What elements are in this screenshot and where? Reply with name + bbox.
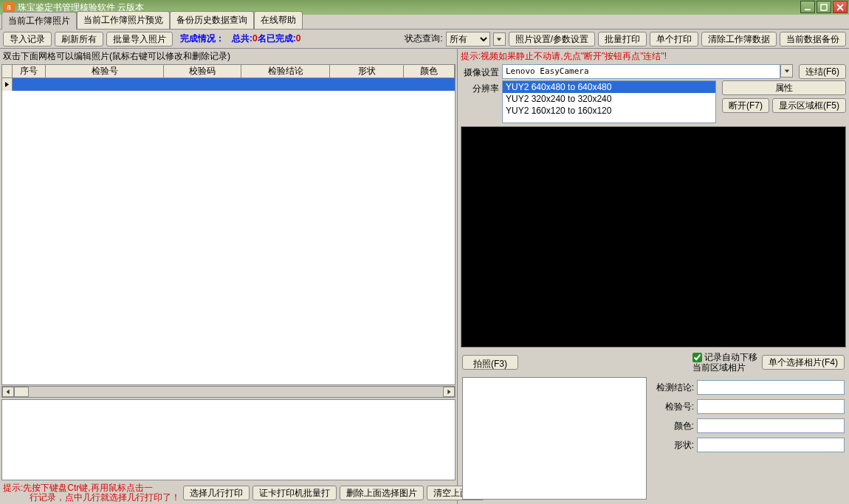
dropdown-icon[interactable]: [493, 32, 506, 46]
svg-marker-5: [5, 82, 9, 87]
col-shape[interactable]: 形状: [330, 65, 404, 77]
list-item[interactable]: YUY2 320x240 to 320x240: [503, 93, 715, 105]
tab-strip: 当前工作簿照片 当前工作簿照片预览 备份历史数据查询 在线帮助: [0, 15, 849, 30]
horizontal-scrollbar[interactable]: [1, 386, 456, 398]
maximize-button[interactable]: [817, 1, 831, 13]
capture-button[interactable]: 拍照(F3): [462, 355, 518, 370]
video-hint: 提示:视频如果静止不动请,先点"断开"按钮再点"连结"!: [461, 50, 846, 63]
single-print-button[interactable]: 单个打印: [650, 32, 698, 46]
col-check-no[interactable]: 检验号: [46, 65, 164, 77]
memo-area[interactable]: [1, 399, 456, 480]
tab-current-photos[interactable]: 当前工作簿照片: [1, 12, 77, 30]
current-region-label: 当前区域相片: [692, 362, 746, 373]
properties-button[interactable]: 属性: [722, 80, 846, 95]
list-item[interactable]: YUY2 160x120 to 160x120: [503, 105, 715, 117]
shape-label: 形状:: [651, 439, 694, 452]
import-button[interactable]: 导入记录: [3, 32, 52, 46]
photo-settings-button[interactable]: 照片设置/参数设置: [509, 32, 595, 46]
table-row[interactable]: [2, 78, 455, 91]
shape-input[interactable]: [697, 438, 845, 452]
camera-dropdown-icon[interactable]: [780, 64, 793, 77]
svg-rect-1: [821, 4, 827, 10]
svg-marker-8: [784, 69, 788, 72]
card-printer-batch-button[interactable]: 证卡打印机批量打: [252, 486, 337, 500]
print-selected-button[interactable]: 选择几行打印: [183, 486, 250, 500]
grid-corner: [2, 65, 13, 77]
camera-label: 摄像设置: [461, 64, 499, 79]
show-region-button[interactable]: 显示区域框(F5): [772, 98, 846, 113]
scroll-right-icon[interactable]: [443, 387, 455, 397]
tab-history[interactable]: 备份历史数据查询: [170, 11, 254, 29]
resolution-list[interactable]: YUY2 640x480 to 640x480 YUY2 320x240 to …: [502, 80, 716, 123]
result-label: 检测结论:: [651, 382, 694, 394]
color-input[interactable]: [697, 418, 845, 433]
auto-move-checkbox[interactable]: [692, 353, 702, 362]
clear-wb-button[interactable]: 清除工作簿数据: [701, 32, 777, 46]
col-seq[interactable]: 序号: [13, 65, 46, 77]
backup-button[interactable]: 当前数据备份: [780, 32, 846, 46]
data-grid[interactable]: 序号 检验号 校验码 检验结论 形状 颜色: [1, 64, 456, 385]
toolbar: 导入记录 刷新所有 批量导入照片 完成情况： 总共:0名已完成:0 状态查询: …: [0, 30, 849, 49]
grid-hint: 双击下面网格可以编辑照片(鼠标右键可以修改和删除记录): [0, 49, 457, 64]
batch-print-button[interactable]: 批量打印: [598, 32, 647, 46]
delete-selected-images-button[interactable]: 删除上面选择图片: [340, 486, 424, 500]
tab-preview[interactable]: 当前工作簿照片预览: [77, 11, 170, 29]
status-text: 完成情况： 总共:0名已完成:0: [180, 32, 300, 45]
svg-marker-6: [7, 390, 10, 394]
color-label: 颜色:: [651, 420, 694, 432]
scroll-thumb[interactable]: [14, 387, 29, 397]
row-indicator-icon: [2, 78, 13, 91]
check-no-input[interactable]: [697, 399, 845, 414]
photo-preview: [462, 377, 647, 500]
minimize-button[interactable]: [800, 1, 815, 13]
batch-import-button[interactable]: 批量导入照片: [106, 32, 173, 46]
done-label: 名已完成:: [258, 33, 296, 44]
tab-help[interactable]: 在线帮助: [254, 11, 303, 29]
col-result[interactable]: 检验结论: [241, 65, 330, 77]
result-input[interactable]: [697, 380, 845, 395]
connect-button[interactable]: 连结(F6): [799, 64, 846, 79]
close-button[interactable]: [833, 1, 848, 13]
camera-select[interactable]: Lenovo EasyCamera: [502, 64, 780, 79]
list-item[interactable]: YUY2 640x480 to 640x480: [503, 81, 715, 93]
total-count: 0: [252, 33, 258, 44]
col-color[interactable]: 颜色: [404, 65, 455, 77]
auto-move-label: 记录自动下移: [704, 352, 757, 362]
query-label: 状态查询:: [405, 32, 442, 45]
svg-marker-4: [497, 38, 501, 41]
bottom-hint: 提示:先按下键盘Ctr键,再用鼠标点击一 行记录，点中几行就选择几行打印了！: [3, 483, 180, 503]
check-no-label: 检验号:: [651, 401, 694, 413]
single-select-photo-button[interactable]: 单个选择相片(F4): [762, 355, 845, 370]
total-label: 总共:: [232, 33, 252, 44]
query-select[interactable]: 所有: [446, 32, 490, 46]
disconnect-button[interactable]: 断开(F7): [722, 98, 769, 113]
done-count: 0: [296, 33, 301, 44]
svg-marker-7: [447, 390, 450, 394]
refresh-button[interactable]: 刷新所有: [55, 32, 103, 46]
resolution-label: 分辨率: [461, 80, 499, 95]
col-verify-code[interactable]: 校验码: [164, 65, 241, 77]
status-label: 完成情况：: [180, 33, 224, 44]
scroll-left-icon[interactable]: [2, 387, 14, 397]
video-preview: [461, 126, 846, 348]
